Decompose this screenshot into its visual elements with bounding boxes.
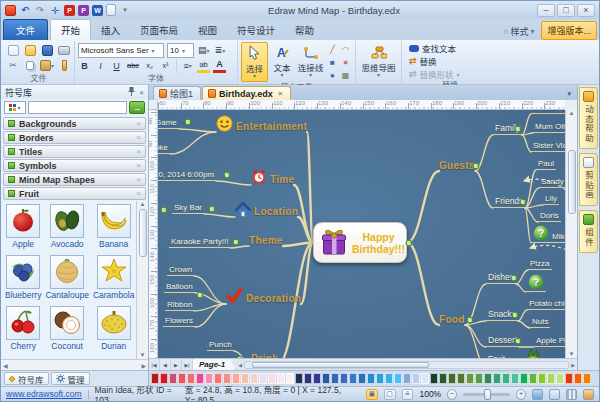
panel-tab-symbol-library[interactable]: 符号库 (4, 372, 49, 385)
print-preview-icon[interactable] (106, 4, 116, 16)
mindmap-node-drink[interactable]: Drink (251, 353, 278, 358)
redo-icon[interactable]: ↷ (34, 4, 46, 16)
document-tab-birthday-edx[interactable]: Birthday.edx× (202, 86, 291, 100)
library-category-mind-map-shapes[interactable]: Mind Map Shapes× (3, 173, 146, 186)
palette-swatch[interactable] (547, 373, 555, 384)
library-category-backgrounds[interactable]: Backgrounds× (3, 117, 146, 130)
arc-tool-icon[interactable] (339, 43, 352, 56)
collapse-control[interactable] (515, 126, 522, 133)
palette-swatch[interactable] (376, 373, 384, 384)
category-close-icon[interactable]: × (136, 161, 141, 170)
mindmap-node-mike[interactable]: ?Mike (531, 225, 565, 243)
mindmap-node-applepie[interactable]: Apple Pie (534, 336, 565, 347)
category-close-icon[interactable]: × (136, 147, 141, 156)
palette-swatch[interactable] (367, 373, 375, 384)
delete-tool-icon[interactable] (339, 56, 352, 69)
view-normal-button[interactable]: ▣ (366, 389, 378, 400)
mindmap-node-kparty[interactable]: Karaoke Party!!! (169, 237, 230, 248)
mindmap-node-mum[interactable]: Mum Olivia (533, 122, 565, 133)
library-search-go-button[interactable]: → (129, 101, 145, 114)
mindmap-node-sister[interactable]: Sister Vicky (531, 141, 565, 152)
strikethrough-button[interactable]: abc (126, 59, 140, 73)
export-ppt-icon[interactable]: P (78, 5, 89, 16)
palette-swatch[interactable] (358, 373, 366, 384)
bullet-list-button[interactable]: ≣▾ (214, 43, 227, 57)
tab-help[interactable]: 帮助 (285, 20, 324, 40)
collapse-control[interactable] (520, 199, 527, 206)
side-tab-clipart[interactable]: 剪贴画 (579, 153, 598, 206)
mindmap-node-doris[interactable]: Doris (538, 211, 561, 222)
category-close-icon[interactable]: × (136, 189, 141, 198)
palette-swatch[interactable] (403, 373, 411, 384)
line-tool-icon[interactable] (326, 43, 339, 56)
collapse-control[interactable] (406, 240, 413, 247)
mindmap-button[interactable]: 思维导图▾ (359, 42, 398, 82)
mindmap-node-brother[interactable]: Brother Chad (531, 110, 565, 114)
cut-icon[interactable]: ✂ (6, 58, 20, 72)
mindmap-node-beer[interactable]: Beer (210, 356, 231, 358)
collapse-control[interactable] (233, 239, 240, 246)
close-button[interactable]: × (577, 4, 595, 17)
export-pdf-icon[interactable]: P (64, 5, 75, 16)
collapse-control[interactable] (197, 292, 204, 299)
mindmap-node-guests[interactable]: Guests (439, 160, 475, 171)
category-close-icon[interactable]: × (136, 175, 141, 184)
palette-swatch[interactable] (466, 373, 474, 384)
pan-tool-icon[interactable]: ✛ (49, 4, 61, 16)
panel-horizontal-scrollbar[interactable]: ◀▶ (1, 359, 148, 370)
palette-swatch[interactable] (448, 373, 456, 384)
mindmap-node-nuts[interactable]: Nuts (530, 317, 550, 328)
align-button[interactable]: ▤▾ (197, 43, 211, 57)
zoom-out-button[interactable]: − (447, 389, 457, 400)
minimize-button[interactable]: – (537, 4, 555, 17)
mindmap-node-punch[interactable]: Punch (207, 340, 234, 351)
fruit-item-cherry[interactable]: Cherry (5, 306, 41, 351)
collapse-control[interactable] (237, 356, 244, 359)
fruit-item-apple[interactable]: Apple (5, 204, 41, 249)
app-logo-icon[interactable] (5, 5, 16, 16)
undo-icon[interactable]: ↶ (19, 4, 31, 16)
bold-button[interactable]: B (78, 59, 91, 73)
mindmap-node-pizza[interactable]: Pizza (528, 259, 552, 270)
last-page-button[interactable]: ▶| (182, 359, 193, 370)
first-page-button[interactable]: |◀ (149, 359, 160, 370)
font-color-button[interactable]: A (213, 59, 226, 73)
prev-page-button[interactable]: ◀ (160, 359, 171, 370)
collapse-control[interactable] (161, 207, 168, 214)
highlight-color-button[interactable]: ab (197, 59, 210, 73)
fit-window-button[interactable] (532, 389, 543, 400)
side-tab-component[interactable]: 组件 (579, 210, 598, 253)
library-category-fruit[interactable]: Fruit× (3, 187, 146, 200)
library-category-titles[interactable]: Titles× (3, 145, 146, 158)
pan-mode-button[interactable] (583, 389, 594, 400)
line-spacing-button[interactable]: ≡▾ (181, 59, 194, 73)
category-close-icon[interactable]: × (136, 133, 141, 142)
font-size-select[interactable]: 10▾ (167, 43, 194, 58)
tab-page-layout[interactable]: 页面布局 (130, 20, 188, 40)
mindmap-node-ribbon[interactable]: Ribbon (165, 300, 194, 311)
subscript-button[interactable]: x₂ (143, 59, 156, 73)
rectangle-tool-icon[interactable] (326, 56, 339, 69)
fruit-item-blueberry[interactable]: Blueberry (5, 255, 41, 300)
paste-icon[interactable]: ▾ (40, 58, 54, 72)
text-tool-button[interactable]: A 文本▾ (269, 42, 295, 82)
format-painter-icon[interactable] (57, 58, 71, 72)
save-icon[interactable] (40, 43, 54, 57)
panel-vertical-scrollbar[interactable]: ▲▼ (136, 201, 148, 359)
library-search-input[interactable] (28, 101, 127, 114)
zoom-in-button[interactable]: + (516, 389, 526, 400)
mindmap-node-date[interactable]: 20, 2014 6:00pm (158, 170, 216, 181)
palette-swatch[interactable] (502, 373, 510, 384)
underline-button[interactable]: U (110, 59, 123, 73)
mindmap-node-theme[interactable]: Theme (249, 235, 283, 246)
mindmap-node-lily[interactable]: Lily (543, 194, 559, 205)
mindmap-node-paul[interactable]: Paul (536, 159, 556, 170)
palette-swatch[interactable] (385, 373, 393, 384)
palette-swatch[interactable] (529, 373, 537, 384)
mindmap-node-flowers[interactable]: Flowers (163, 316, 195, 327)
mindmap-node-decoration[interactable]: Decoration (226, 288, 301, 304)
zoom-slider-thumb[interactable] (484, 389, 491, 400)
palette-swatch[interactable] (574, 373, 582, 384)
next-page-button[interactable]: ▶ (171, 359, 182, 370)
fruit-item-coconut[interactable]: Coconut (45, 306, 88, 351)
